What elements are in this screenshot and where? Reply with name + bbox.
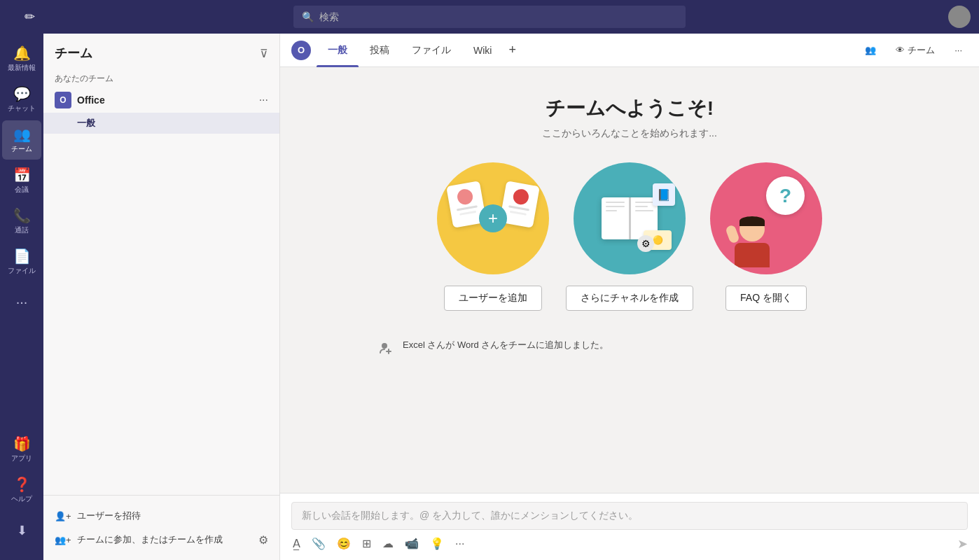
download-icon: ⬇ [17, 523, 27, 538]
chat-input-area: 新しい会話を開始します。@ を入力して、誰かにメンションしてください。 A̲ 📎… [280, 493, 979, 560]
team-name: Office [77, 94, 259, 106]
create-channel-card: 📘 🟡 ⚙ さらにチャネルを作成 [566, 162, 693, 311]
faq-button[interactable]: FAQ を開く [725, 286, 807, 311]
tab-team-icon: O [291, 41, 311, 60]
welcome-section: チームへようこそ! ここからいろんなことを始められます... [280, 67, 979, 377]
apps-icon: 🎁 [13, 435, 31, 452]
main-content: チームへようこそ! ここからいろんなことを始められます... [280, 67, 979, 493]
tabs-bar: O 一般 投稿 ファイル Wiki + 👥 👁 チーム [280, 34, 979, 67]
nav-label-notifications: 最新情報 [8, 63, 36, 73]
avatar[interactable] [948, 6, 971, 28]
members-button[interactable]: 👥 [859, 42, 882, 58]
view-label: チーム [908, 44, 935, 57]
sidebar-item-chat[interactable]: 💬 チャット [2, 80, 41, 119]
more-options-button[interactable]: ··· [949, 42, 968, 58]
svg-point-0 [382, 343, 387, 349]
channel-item-general[interactable]: 一般 [43, 113, 279, 134]
search-icon: 🔍 [302, 11, 314, 22]
bell-icon: 🔔 [13, 45, 31, 62]
format-text-button[interactable]: A̲ [291, 536, 302, 552]
calendar-icon: 📅 [13, 167, 31, 183]
nav-label-teams: チーム [11, 144, 32, 154]
tab-files[interactable]: ファイル [401, 34, 462, 67]
search-box[interactable]: 🔍 [293, 6, 686, 28]
teams-icon: 👥 [13, 126, 31, 143]
sidebar-item-more[interactable]: ··· [2, 283, 41, 322]
add-users-circle: + [437, 162, 549, 274]
nav-label-calls: 通話 [15, 225, 29, 235]
sidebar-item-download[interactable]: ⬇ [2, 511, 41, 550]
sidebar-item-help[interactable]: ❓ ヘルプ [2, 470, 41, 510]
sidebar-item-files[interactable]: 📄 ファイル [2, 242, 41, 281]
more-icon: ··· [16, 294, 28, 310]
activity-add-icon [377, 340, 394, 357]
members-icon: 👥 [865, 45, 876, 55]
sidebar: チーム ⊽ あなたのチーム O Office ··· 一般 👤+ ユーザーを招待 [43, 34, 280, 560]
phone-icon: 📞 [13, 207, 31, 224]
file-icon: 📄 [13, 248, 31, 265]
video-button[interactable]: 📹 [403, 536, 420, 552]
chat-input-placeholder[interactable]: 新しい会話を開始します。@ を入力して、誰かにメンションしてください。 [291, 502, 968, 530]
invite-label: ユーザーを招待 [77, 510, 141, 522]
channel-label: 一般 [77, 117, 95, 130]
sticker-button[interactable]: ☁ [381, 536, 395, 552]
edit-icon[interactable]: ✏ [25, 9, 35, 24]
tab-posts[interactable]: 投稿 [359, 34, 401, 67]
join-team-button[interactable]: 👥+ チームに参加、またはチームを作成 [55, 528, 223, 552]
nav-label-apps: アプリ [11, 454, 32, 463]
settings-icon[interactable]: ⚙ [258, 533, 268, 547]
topbar: ✏ 🔍 [0, 0, 979, 34]
nav-label-chat: チャット [8, 104, 36, 113]
create-channel-circle: 📘 🟡 ⚙ [574, 162, 686, 274]
activity-feed: Excel さんが Word さんをチームに追加しました。 [349, 333, 910, 363]
faq-circle: ? [710, 162, 822, 274]
more-tools-button[interactable]: ··· [454, 536, 466, 552]
sidebar-title: チーム [55, 45, 92, 62]
emoji-button[interactable]: 😊 [335, 536, 352, 552]
help-icon: ❓ [13, 476, 31, 493]
view-icon: 👁 [896, 45, 905, 55]
activity-text: Excel さんが Word さんをチームに追加しました。 [403, 339, 609, 351]
tab-wiki[interactable]: Wiki [462, 34, 503, 67]
join-label: チームに参加、またはチームを作成 [77, 533, 223, 546]
tab-general[interactable]: 一般 [317, 34, 359, 67]
sidebar-item-teams[interactable]: 👥 チーム [2, 120, 41, 160]
invite-icon: 👤+ [55, 511, 71, 522]
welcome-title: チームへようこそ! [546, 95, 714, 122]
team-item-office[interactable]: O Office ··· [43, 88, 279, 113]
add-users-card: + ユーザーを追加 [437, 162, 549, 311]
sidebar-item-apps[interactable]: 🎁 アプリ [2, 430, 41, 469]
section-label: あなたのチーム [43, 67, 279, 88]
nav-label-meetings: 会議 [15, 185, 29, 195]
nav-label-files: ファイル [8, 266, 36, 276]
activity-item: Excel さんが Word さんをチームに追加しました。 [377, 333, 882, 363]
invite-users-button[interactable]: 👤+ ユーザーを招待 [55, 504, 141, 528]
attach-button[interactable]: 📎 [310, 536, 327, 552]
content-area: O 一般 投稿 ファイル Wiki + 👥 👁 チーム [280, 34, 979, 560]
send-button[interactable]: ➤ [957, 536, 968, 552]
add-users-button[interactable]: ユーザーを追加 [444, 286, 542, 311]
filter-icon[interactable]: ⊽ [260, 47, 268, 60]
join-icon: 👥+ [55, 535, 71, 545]
add-plus-icon: + [479, 204, 507, 232]
search-input[interactable] [319, 11, 677, 22]
sidebar-item-notifications[interactable]: 🔔 最新情報 [2, 39, 41, 78]
more-options-icon: ··· [954, 45, 962, 55]
sidebar-item-meetings[interactable]: 📅 会議 [2, 161, 41, 200]
gif-button[interactable]: ⊞ [361, 536, 373, 552]
welcome-subtitle: ここからいろんなことを始められます... [542, 127, 717, 140]
faq-card: ? [710, 162, 822, 311]
far-nav: 🔔 最新情報 💬 チャット 👥 チーム 📅 会議 📞 通話 📄 ファイル ··· [0, 34, 43, 560]
praise-button[interactable]: 💡 [429, 536, 445, 552]
team-avatar: O [55, 92, 71, 108]
add-tab-button[interactable]: + [503, 43, 522, 57]
view-team-button[interactable]: 👁 チーム [890, 41, 940, 59]
create-channel-button[interactable]: さらにチャネルを作成 [566, 286, 693, 311]
chat-icon: 💬 [13, 85, 31, 102]
chat-toolbar: A̲ 📎 😊 ⊞ ☁ 📹 💡 ··· ➤ [291, 536, 968, 552]
nav-label-help: ヘルプ [11, 494, 32, 504]
sidebar-item-calls[interactable]: 📞 通話 [2, 202, 41, 241]
team-more-icon[interactable]: ··· [259, 94, 268, 106]
action-cards: + ユーザーを追加 [437, 162, 822, 311]
